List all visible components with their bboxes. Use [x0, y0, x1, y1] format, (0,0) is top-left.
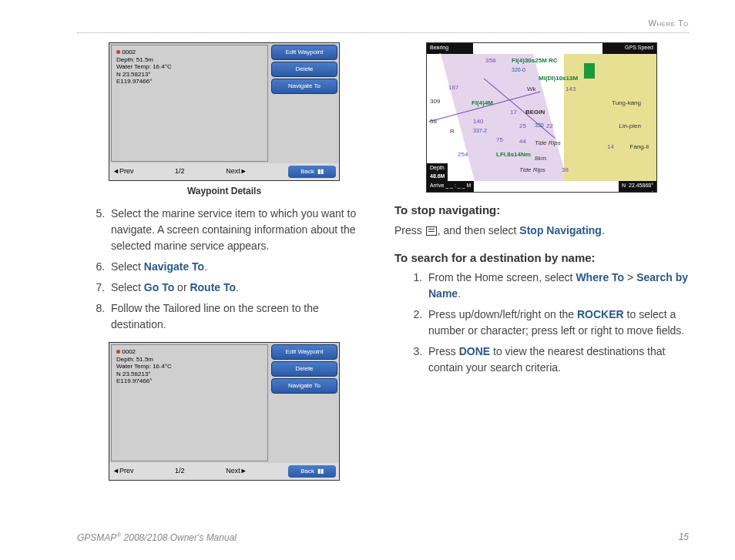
map-l358: 358 [485, 56, 495, 65]
section-header: Where To [649, 18, 689, 28]
back-button-2[interactable]: Back ▮▮ [288, 465, 336, 478]
delete-button-2[interactable]: Delete [271, 361, 337, 377]
page-indicator: 1/2 [175, 166, 185, 177]
map-l58: 58 [430, 117, 437, 126]
map-l25: 25 [519, 122, 526, 131]
map-l330: 330 [535, 122, 544, 130]
search-heading: To search for a destination by name: [394, 250, 689, 267]
manual-page: Where To 0002 Depth: 51.5m Water Temp: 1… [0, 0, 735, 560]
map-l14: 14 [607, 143, 614, 152]
go-to-link: Go To [144, 281, 174, 293]
edit-waypoint-button-2[interactable]: Edit Waypoint [271, 344, 337, 360]
done-link: DONE [459, 345, 490, 357]
map-l44: 44 [519, 137, 526, 146]
where-to-link: Where To [576, 271, 624, 283]
step-6: Select Navigate To. [108, 259, 371, 275]
page-indicator-2: 1/2 [175, 466, 185, 477]
step-8: Follow the Tailored line on the screen t… [108, 300, 371, 333]
instruction-list-left: Select the marine service item to which … [77, 206, 371, 333]
navigate-to-button-2[interactable]: Navigate To [271, 378, 337, 394]
footer-left: GPSMAP® 2008/2108 Owner's Manual [77, 531, 237, 543]
instruction-list-right: From the Home screen, select Where To > … [394, 270, 689, 376]
next-button[interactable]: Next► [226, 166, 247, 177]
header-divider [77, 32, 689, 33]
map-scale: 8km [535, 154, 546, 163]
map-tiderips2: Tide Rips [519, 166, 545, 175]
page-footer: GPSMAP® 2008/2108 Owner's Manual 15 [77, 531, 689, 543]
search-step-1: From the Home screen, select Where To > … [425, 270, 689, 302]
delete-button[interactable]: Delete [271, 62, 337, 77]
depth-box: Depth48.6M [427, 163, 448, 181]
prev-button-2[interactable]: ◄Prev [112, 466, 133, 477]
map-l337: 337-2 [473, 127, 487, 136]
map-l187: 187 [448, 83, 458, 92]
map-area: 358 Fl(4)30s25M RC 320-0 Ml(DI)10s13M 18… [427, 54, 656, 181]
screenshot-caption: Waypoint Details [77, 184, 371, 198]
stop-navigating-text: Press , and then select Stop Navigating. [394, 223, 689, 239]
waypoint-id: 0002 [122, 49, 136, 55]
stop-navigating-link: Stop Navigating [519, 224, 602, 236]
map-mldi: Ml(DI)10s13M [539, 74, 578, 83]
map-l17: 17 [510, 108, 517, 117]
screenshot-footer: ◄Prev 1/2 Next► Back ▮▮ [109, 163, 339, 180]
route-to-link: Route To [190, 281, 236, 293]
map-lfl: LFl.8s14Nm [496, 150, 531, 159]
waypoint-lon: E119.97466° [116, 78, 263, 86]
waypoint-depth: Depth: 51.5m [116, 56, 263, 64]
waypoint-info-2: 0002 Depth: 51.5m Water Temp: 16.4°C N 2… [111, 344, 268, 461]
step-5: Select the marine service item to which … [108, 206, 371, 254]
map-l143: 143 [566, 85, 576, 94]
edit-waypoint-button[interactable]: Edit Waypoint [271, 45, 337, 60]
map-linpien: Lin-pien [619, 122, 641, 131]
waypoint-info: 0002 Depth: 51.5m Water Temp: 16.4°C N 2… [111, 45, 268, 162]
map-fl44m: Fl(4)4M [472, 99, 493, 108]
back-button[interactable]: Back ▮▮ [288, 166, 336, 178]
map-l309: 309 [430, 97, 440, 106]
map-wk: Wk [527, 85, 536, 94]
speed-box: GPS Speed0.0K [602, 43, 656, 54]
map-l22: 22 [546, 122, 553, 131]
map-l38: 38 [562, 166, 569, 175]
search-step-3: Press DONE to view the nearest destinati… [425, 344, 689, 376]
map-l75: 75 [496, 136, 503, 145]
map-screenshot: Bearing345°N GPS Speed0.0K Distance_ . _… [426, 42, 657, 193]
left-column: 0002 Depth: 51.5m Water Temp: 16.4°C N 2… [77, 42, 371, 484]
search-step-2: Press up/down/left/right on the ROCKER t… [425, 307, 689, 339]
screenshot-body: 0002 Depth: 51.5m Water Temp: 16.4°C N 2… [109, 43, 339, 163]
navigate-to-button[interactable]: Navigate To [271, 79, 337, 94]
map-l320: 320-0 [512, 66, 525, 75]
content-columns: 0002 Depth: 51.5m Water Temp: 16.4°C N 2… [77, 42, 689, 484]
prev-button[interactable]: ◄Prev [112, 166, 133, 177]
waypoint-buttons: Edit Waypoint Delete Navigate To [270, 43, 339, 163]
next-button-2[interactable]: Next► [226, 466, 247, 477]
waypoint-lat: N 23.58213° [116, 71, 263, 79]
map-begin: BEGIN [525, 108, 545, 117]
map-fang: Fang-li [630, 143, 649, 152]
map-fl430: Fl(4)30s25M RC [512, 56, 558, 65]
arrive-box: Arrive _ _ : _ _ M [427, 181, 474, 192]
waypoint-screenshot-bottom: 0002 Depth: 51.5m Water Temp: 16.4°C N 2… [109, 342, 340, 481]
rocker-link: ROCKER [577, 308, 624, 320]
right-column: Bearing345°N GPS Speed0.0K Distance_ . _… [394, 42, 689, 484]
map-l254: 254 [458, 150, 468, 159]
step-7: Select Go To or Route To. [108, 280, 371, 296]
page-number: 15 [679, 531, 689, 543]
map-lR: R [450, 127, 455, 136]
navigate-to-link: Navigate To [144, 260, 204, 273]
map-tiderips1: Tide Rips [535, 139, 561, 148]
map-tungkang: Tung-kang [612, 99, 641, 108]
map-l140: 140 [473, 117, 483, 126]
stop-navigating-heading: To stop navigating: [394, 202, 689, 220]
waypoint-temp: Water Temp: 16.4°C [116, 63, 263, 71]
waypoint-screenshot-top: 0002 Depth: 51.5m Water Temp: 16.4°C N 2… [109, 42, 340, 181]
bearing-box: Bearing345°N [427, 43, 473, 54]
position-box: N 22.45868° E120.37859° [619, 181, 656, 192]
home-icon [426, 226, 437, 236]
